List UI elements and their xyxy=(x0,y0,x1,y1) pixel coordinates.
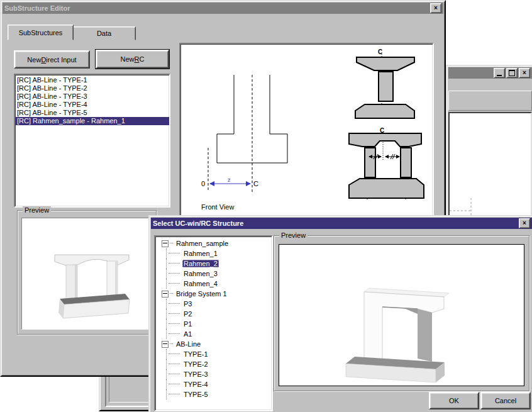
tree-item[interactable]: Rahmen_1 xyxy=(155,248,272,259)
close-button[interactable]: × xyxy=(519,68,530,78)
list-item[interactable]: [RC] AB-Line - TYPE-3 xyxy=(15,92,169,101)
button-label-part: New xyxy=(121,55,135,63)
centerline-label: C xyxy=(253,180,258,187)
tree-item-label[interactable]: TYPE-2 xyxy=(182,360,209,368)
tab-data[interactable]: Data xyxy=(72,26,136,40)
close-icon: × xyxy=(434,5,438,11)
tab-label: Data xyxy=(97,30,111,37)
tree-connector xyxy=(169,333,180,335)
preview-group-label: Preview xyxy=(279,231,308,239)
tree-item-root[interactable]: AB-Line xyxy=(155,339,272,349)
tree-connector xyxy=(166,329,167,339)
tree-connector xyxy=(169,354,180,355)
tree-item-label[interactable]: A1 xyxy=(182,330,193,338)
tree-connector xyxy=(169,253,180,254)
tree-item-label[interactable]: Rahmen_sample xyxy=(175,240,230,247)
tree-connector xyxy=(169,394,180,395)
ok-button-label: OK xyxy=(449,397,459,404)
tree-item-label[interactable]: P2 xyxy=(182,310,193,318)
tree-item[interactable]: TYPE-4 xyxy=(155,379,272,389)
tree-collapse-icon[interactable] xyxy=(162,291,169,298)
button-label-part: C xyxy=(140,55,145,63)
minimize-button[interactable] xyxy=(494,68,505,78)
tree-connector xyxy=(169,303,180,304)
tree-item-selected[interactable]: Rahmen_2 xyxy=(155,259,272,269)
dialog-3d-structure xyxy=(279,245,523,384)
tree-item-root[interactable]: Bridge System 1 xyxy=(155,289,272,299)
dialog-title: Select UC-win/RC Structure xyxy=(153,220,243,227)
close-icon: × xyxy=(523,70,526,76)
tree-item[interactable]: Rahmen_3 xyxy=(155,269,272,279)
tree-item[interactable]: P3 xyxy=(155,299,272,309)
tree-item-label[interactable]: P3 xyxy=(182,300,193,308)
dimension-label: z xyxy=(228,177,231,183)
tree-item-label[interactable]: Rahmen_4 xyxy=(182,280,219,287)
button-label-part: New xyxy=(27,56,41,64)
tree-item[interactable]: TYPE-2 xyxy=(155,359,272,369)
dialog-preview-group: Preview xyxy=(274,235,529,391)
tree-item-label[interactable]: P1 xyxy=(182,320,193,328)
dialog-titlebar[interactable]: Select UC-win/RC Structure × xyxy=(151,218,532,229)
tree-collapse-icon[interactable] xyxy=(162,341,169,348)
list-item[interactable]: [RC] AB-Line - TYPE-5 xyxy=(15,109,169,117)
dialog-preview-canvas xyxy=(279,244,524,386)
maximize-button[interactable] xyxy=(506,68,518,78)
tree-collapse-icon[interactable] xyxy=(162,240,169,247)
tree-item[interactable]: TYPE-1 xyxy=(155,349,272,359)
new-direct-input-button[interactable]: New Direct Input xyxy=(14,50,90,69)
preview-group: Preview xyxy=(17,210,157,335)
tree-connector xyxy=(166,359,167,369)
tree-connector xyxy=(166,369,167,379)
tree-item-label[interactable]: Bridge System 1 xyxy=(175,290,228,298)
close-button[interactable]: × xyxy=(519,218,530,228)
front-view-drawing: 0 C z C C xyxy=(180,44,430,233)
tree-item-root[interactable]: Rahmen_sample xyxy=(155,238,272,248)
tree-item-label[interactable]: TYPE-4 xyxy=(182,381,209,388)
tree-connector xyxy=(169,323,180,325)
list-item[interactable]: [RC] AB-Line - TYPE-2 xyxy=(15,84,169,92)
close-button[interactable]: × xyxy=(430,3,441,13)
cancel-button[interactable]: Cancel xyxy=(480,392,531,409)
tree-connector xyxy=(169,273,180,274)
list-item[interactable]: [RC] AB-Line - TYPE-4 xyxy=(15,101,169,109)
tree-connector xyxy=(166,248,167,259)
tree-item-label[interactable]: Rahmen_3 xyxy=(182,270,219,277)
preview-3d-structure xyxy=(22,218,149,326)
tree-connector xyxy=(170,243,173,244)
tree-item-label[interactable]: Rahmen_1 xyxy=(182,250,219,257)
tree-connector xyxy=(169,384,180,385)
origin-label: 0 xyxy=(201,180,205,187)
substructure-editor-titlebar[interactable]: SubStructure Editor × xyxy=(3,3,443,14)
maximize-icon xyxy=(509,70,515,76)
list-item-selected[interactable]: [RC] Rahmen_sample - Rahmen_1 xyxy=(15,117,169,125)
tree-item[interactable]: A1 xyxy=(155,329,272,339)
tree-item[interactable]: TYPE-5 xyxy=(155,389,272,399)
tree-item[interactable]: TYPE-3 xyxy=(155,369,272,379)
tree-connector xyxy=(166,319,167,329)
tree-connector xyxy=(169,283,180,284)
tree-item-label[interactable]: TYPE-1 xyxy=(182,350,209,358)
tree-connector xyxy=(166,309,167,319)
tree-item-label[interactable]: TYPE-5 xyxy=(182,391,209,398)
new-rc-button[interactable]: New RC xyxy=(96,50,169,69)
ok-button[interactable]: OK xyxy=(429,392,479,409)
tree-connector xyxy=(169,374,180,375)
tree-connector xyxy=(166,259,167,269)
tree-connector xyxy=(169,263,180,264)
select-structure-dialog: Select UC-win/RC Structure × Rahmen_samp… xyxy=(148,215,532,412)
structure-treeview[interactable]: Rahmen_sample Rahmen_1 Rahmen_2 Rahmen_3… xyxy=(154,235,273,411)
tree-item[interactable]: P2 xyxy=(155,309,272,319)
tab-substructures[interactable]: SubStructures xyxy=(8,25,74,40)
tree-item[interactable]: P1 xyxy=(155,319,272,329)
menu-strip xyxy=(448,80,532,89)
substructure-listbox[interactable]: [RC] AB-Line - TYPE-1 [RC] AB-Line - TYP… xyxy=(14,74,170,208)
preview-group-label: Preview xyxy=(23,206,51,214)
tree-item-label[interactable]: AB-Line xyxy=(175,340,202,348)
tree-item-label[interactable]: Rahmen_2 xyxy=(182,260,219,267)
background-window-titlebar[interactable]: × xyxy=(448,67,532,79)
tree-connector xyxy=(166,379,167,389)
tree-item[interactable]: Rahmen_4 xyxy=(155,279,272,289)
list-item[interactable]: [RC] AB-Line - TYPE-1 xyxy=(15,76,169,84)
tree-item-label[interactable]: TYPE-3 xyxy=(182,370,209,378)
toolbar-panel xyxy=(448,91,532,111)
